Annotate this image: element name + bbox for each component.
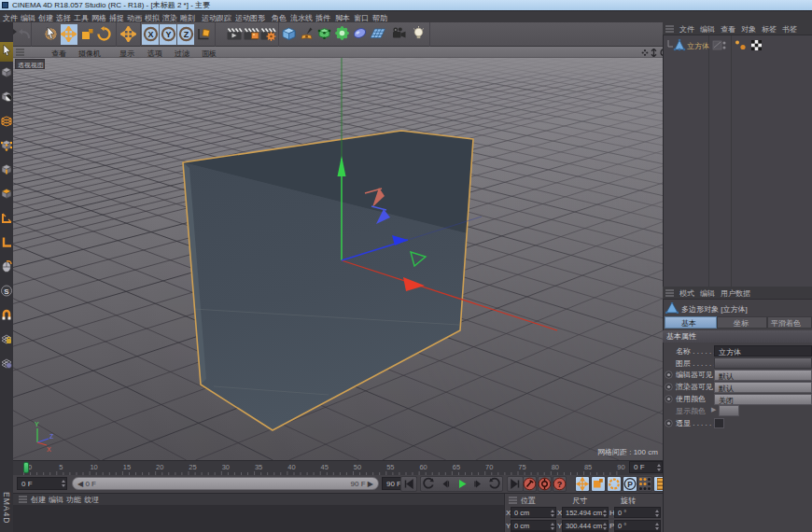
svg-text:35: 35 — [255, 463, 262, 471]
svg-text:20: 20 — [156, 463, 163, 471]
svg-text:?: ? — [557, 480, 563, 489]
svg-text:45: 45 — [321, 463, 329, 471]
svg-text:70: 70 — [485, 463, 493, 471]
svg-text:65: 65 — [453, 463, 460, 471]
svg-text:50: 50 — [354, 463, 361, 471]
svg-text:Z: Z — [184, 30, 189, 39]
svg-text:75: 75 — [518, 463, 525, 471]
svg-text:40: 40 — [287, 463, 295, 471]
svg-text:S: S — [4, 287, 9, 296]
svg-text:Y: Y — [35, 421, 39, 427]
svg-text:P: P — [627, 480, 633, 489]
svg-text:10: 10 — [90, 463, 97, 471]
svg-text:30: 30 — [222, 463, 230, 471]
svg-text:55: 55 — [386, 463, 394, 471]
svg-text:Z: Z — [49, 433, 54, 440]
svg-text:X: X — [47, 446, 51, 453]
svg-text:80: 80 — [552, 463, 559, 471]
svg-text:15: 15 — [123, 463, 131, 471]
svg-text:X: X — [147, 30, 153, 39]
svg-text:立方体: 立方体 — [687, 42, 709, 50]
svg-text:60: 60 — [419, 463, 427, 471]
svg-text:Y: Y — [165, 30, 171, 39]
svg-text:25: 25 — [189, 463, 196, 471]
svg-text:5: 5 — [59, 463, 63, 471]
svg-text:90: 90 — [617, 463, 624, 471]
svg-text:85: 85 — [584, 463, 592, 471]
